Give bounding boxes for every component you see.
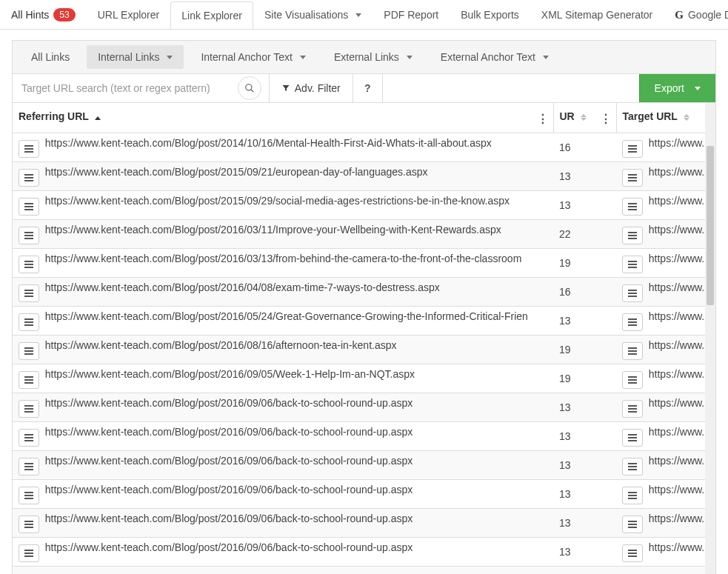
referring-url[interactable]: https://www.kent-teach.com/Blog/post/201…	[45, 137, 492, 149]
row-menu-button[interactable]	[19, 544, 39, 562]
subtab-internal-anchor[interactable]: Internal Anchor Text	[190, 45, 316, 69]
table-row: https://www.kent-teach.com/Blog/post/201…	[13, 220, 715, 249]
subtab-internal-links[interactable]: Internal Links	[87, 45, 184, 69]
target-url[interactable]: https://www.	[649, 224, 704, 236]
col-referring-url[interactable]: Referring URL	[13, 103, 553, 133]
tab-bulk-exports[interactable]: Bulk Exports	[450, 1, 530, 28]
row-menu-button[interactable]	[622, 458, 643, 475]
table-row: https://www.kent-teach.com/Blog/post/201…	[13, 307, 715, 336]
referring-url[interactable]: https://www.kent-teach.com/Blog/post/201…	[45, 513, 413, 524]
search-input[interactable]	[13, 74, 238, 102]
row-menu-button[interactable]	[622, 515, 643, 533]
referring-url[interactable]: https://www.kent-teach.com/Blog/post/201…	[45, 368, 415, 380]
row-menu-button[interactable]	[19, 400, 39, 418]
tab-link-explorer[interactable]: Link Explorer	[170, 1, 253, 29]
row-menu-button[interactable]	[622, 313, 643, 331]
row-menu-button[interactable]	[622, 371, 643, 389]
target-url[interactable]: https://www.	[649, 137, 704, 149]
ur-value: 16	[553, 133, 616, 162]
ur-value: 13	[553, 480, 616, 509]
referring-url[interactable]: https://www.kent-teach.com/Blog/post/201…	[45, 339, 397, 351]
row-menu-button[interactable]	[19, 487, 39, 504]
row-menu-button[interactable]	[19, 140, 39, 158]
subtab-external-anchor[interactable]: External Anchor Text	[430, 45, 560, 69]
ur-value: 13	[553, 509, 616, 538]
row-menu-button[interactable]	[622, 400, 643, 418]
row-menu-button[interactable]	[622, 169, 643, 187]
target-url[interactable]: https://www.	[649, 484, 704, 495]
row-menu-button[interactable]	[19, 284, 39, 302]
row-menu-button[interactable]	[19, 458, 39, 475]
table-row: https://www.kent-teach.com/Blog/post/201…	[13, 509, 715, 538]
tab-label: All Hints	[11, 9, 49, 21]
row-menu-button[interactable]	[622, 342, 643, 360]
referring-url[interactable]: https://www.kent-teach.com/Blog/post/201…	[45, 281, 440, 293]
tab-url-explorer[interactable]: URL Explorer	[87, 1, 171, 28]
target-url[interactable]: https://www.	[649, 455, 704, 467]
column-menu-icon[interactable]	[600, 112, 612, 126]
target-url[interactable]: https://www.	[649, 541, 704, 553]
referring-url[interactable]: https://www.kent-teach.com/Blog/post/201…	[45, 195, 510, 207]
tab-site-visualisations[interactable]: Site Visualisations	[253, 1, 373, 28]
subtab-all-links[interactable]: All Links	[20, 45, 81, 69]
tab-google-drive[interactable]: G Google Drive	[664, 1, 728, 29]
tab-pdf-report[interactable]: PDF Report	[373, 1, 450, 28]
chevron-down-icon	[167, 56, 173, 59]
row-menu-button[interactable]	[19, 256, 39, 273]
search-button[interactable]	[238, 76, 261, 100]
top-tabs: All Hints 53 URL Explorer Link Explorer …	[0, 0, 728, 30]
referring-url[interactable]: https://www.kent-teach.com/Blog/post/201…	[45, 426, 413, 438]
row-menu-button[interactable]	[622, 140, 643, 158]
row-menu-button[interactable]	[19, 313, 39, 331]
row-menu-button[interactable]	[19, 429, 39, 447]
row-menu-button[interactable]	[622, 544, 643, 562]
target-url[interactable]: https://www.	[649, 339, 704, 351]
row-menu-button[interactable]	[622, 284, 643, 302]
hints-badge: 53	[53, 8, 75, 21]
export-button[interactable]: Export	[639, 74, 715, 102]
row-menu-button[interactable]	[19, 198, 39, 216]
target-url[interactable]: https://www.	[649, 513, 704, 524]
target-url[interactable]: https://www.	[649, 195, 704, 207]
row-menu-button[interactable]	[622, 429, 643, 447]
referring-url[interactable]: https://www.kent-teach.com/Blog/post/201…	[45, 541, 413, 553]
target-url[interactable]: https://www.	[649, 281, 704, 293]
col-target-url[interactable]: Target URL	[616, 103, 715, 133]
target-url[interactable]: https://www.	[649, 310, 704, 322]
sort-both-icon	[684, 114, 689, 121]
row-menu-button[interactable]	[19, 227, 39, 244]
tab-all-hints[interactable]: All Hints 53	[0, 0, 87, 29]
table-row: https://www.kent-teach.com/Blog/post/201…	[13, 451, 715, 480]
referring-url[interactable]: https://www.kent-teach.com/Blog/post/201…	[45, 310, 528, 322]
target-url[interactable]: https://www.	[649, 426, 704, 438]
google-icon: G	[675, 9, 684, 21]
target-url[interactable]: https://www.	[649, 368, 704, 380]
row-menu-button[interactable]	[19, 371, 39, 389]
column-menu-icon[interactable]	[537, 112, 549, 126]
row-menu-button[interactable]	[622, 227, 643, 244]
referring-url[interactable]: https://www.kent-teach.com/Blog/post/201…	[45, 397, 413, 409]
row-menu-button[interactable]	[622, 487, 643, 504]
row-menu-button[interactable]	[622, 256, 643, 273]
target-url[interactable]: https://www.	[649, 397, 704, 409]
row-menu-button[interactable]	[19, 342, 39, 360]
adv-filter-button[interactable]: Adv. Filter	[270, 74, 353, 102]
vertical-scrollbar[interactable]	[705, 103, 715, 574]
referring-url[interactable]: https://www.kent-teach.com/Blog/post/201…	[45, 253, 522, 264]
row-menu-button[interactable]	[19, 169, 39, 187]
tab-xml-sitemap[interactable]: XML Sitemap Generator	[530, 1, 664, 28]
link-explorer-panel: All Links Internal Links Internal Anchor…	[12, 40, 716, 574]
help-button[interactable]: ?	[353, 74, 383, 102]
table-row: https://www.kent-teach.com/Blog/post/201…	[13, 364, 715, 393]
target-url[interactable]: https://www.	[649, 166, 704, 178]
target-url[interactable]: https://www.	[649, 253, 704, 264]
referring-url[interactable]: https://www.kent-teach.com/Blog/post/201…	[45, 224, 501, 236]
table-row: https://www.kent-teach.com/Blog/post/201…	[13, 538, 715, 567]
row-menu-button[interactable]	[19, 515, 39, 533]
col-ur[interactable]: UR	[553, 103, 616, 133]
row-menu-button[interactable]	[622, 198, 643, 216]
referring-url[interactable]: https://www.kent-teach.com/Blog/post/201…	[45, 484, 413, 495]
referring-url[interactable]: https://www.kent-teach.com/Blog/post/201…	[45, 166, 428, 178]
referring-url[interactable]: https://www.kent-teach.com/Blog/post/201…	[45, 455, 413, 467]
subtab-external-links[interactable]: External Links	[323, 45, 424, 69]
